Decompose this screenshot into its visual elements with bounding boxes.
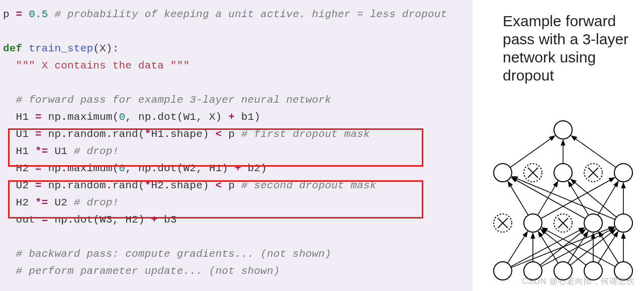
code-line-13: out = np.dot(W3, H2) + b3 <box>3 211 470 229</box>
svg-line-16 <box>542 228 615 266</box>
svg-point-27 <box>554 121 572 139</box>
code-line-4: """ X contains the data """ <box>3 57 470 75</box>
code-line-5 <box>3 75 470 92</box>
svg-line-12 <box>508 232 528 263</box>
svg-point-45 <box>614 214 632 232</box>
svg-line-17 <box>511 228 584 266</box>
code-panel: p = 0.5 # probability of keeping a unit … <box>0 0 473 291</box>
network-diagram <box>488 120 638 286</box>
code-line-10: H2 = np.maximum(0, np.dot(W2, H1) + b2) <box>3 160 470 177</box>
code-line-3: def train_step(X): <box>3 40 470 57</box>
svg-point-32 <box>554 164 572 182</box>
code-line-12: H2 *= U2 # drop! <box>3 194 470 211</box>
svg-point-40 <box>524 214 542 232</box>
code-line-11: U2 = np.random.rand(*H2.shape) < p # sec… <box>3 177 470 194</box>
svg-line-0 <box>510 136 555 168</box>
svg-line-9 <box>541 178 615 219</box>
svg-line-4 <box>511 178 585 219</box>
svg-line-2 <box>571 136 616 168</box>
code-line-9: H1 *= U1 # drop! <box>3 143 470 160</box>
code-line-2 <box>3 23 470 40</box>
code-line-8: U1 = np.random.rand(*H1.shape) < p # fir… <box>3 126 470 143</box>
watermark-text: CSDN @心若向阳，何谓悲伤 <box>522 276 635 287</box>
code-line-7: H1 = np.maximum(0, np.dot(W1, X) + b1) <box>3 109 470 126</box>
svg-line-7 <box>568 181 588 215</box>
code-line-6: # forward pass for example 3-layer neura… <box>3 92 470 109</box>
code-line-14 <box>3 229 470 246</box>
svg-line-25 <box>598 232 618 263</box>
svg-point-44 <box>584 214 602 232</box>
svg-line-6 <box>537 181 558 215</box>
svg-line-23 <box>541 228 614 266</box>
code-line-16: # perform parameter update... (not shown… <box>3 263 470 280</box>
code-line-15: # backward pass: compute gradients... (n… <box>3 246 470 263</box>
network-svg <box>488 120 638 286</box>
svg-point-36 <box>614 164 632 182</box>
svg-line-3 <box>508 181 528 215</box>
svg-point-46 <box>494 262 512 280</box>
svg-point-28 <box>494 164 512 182</box>
caption-text: Example forward pass with a 3-layer netw… <box>503 12 633 85</box>
code-line-1: p = 0.5 # probability of keeping a unit … <box>3 6 470 23</box>
svg-line-21 <box>599 232 619 263</box>
